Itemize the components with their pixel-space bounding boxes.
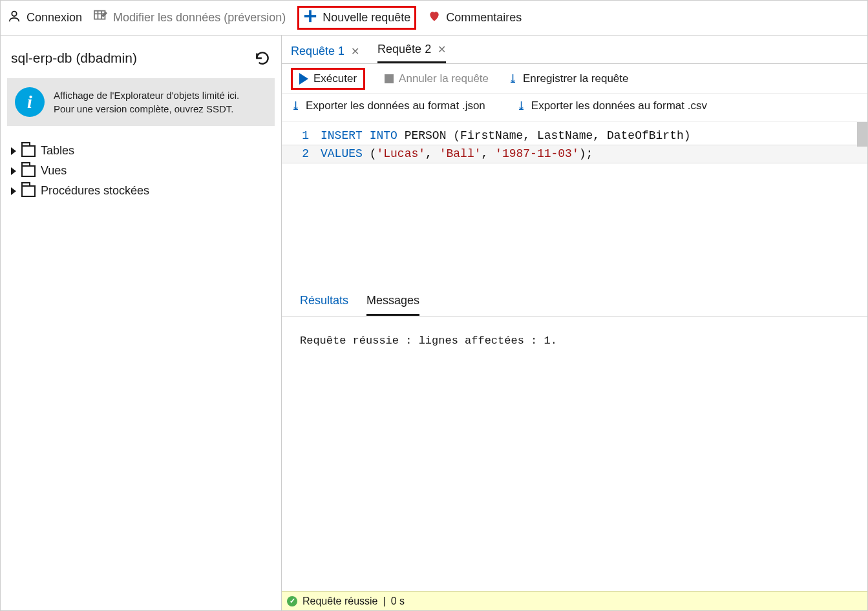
new-query-label: Nouvelle requête: [323, 11, 410, 25]
info-line1: Affichage de l'Explorateur d'objets limi…: [54, 88, 239, 102]
save-query-button[interactable]: ⤓ Enregistrer la requête: [508, 72, 628, 86]
info-text: Affichage de l'Explorateur d'objets limi…: [54, 88, 239, 116]
message-text: Requête réussie : lignes affectées : 1.: [300, 335, 557, 347]
sidebar-header: sql-erp-db (dbadmin): [7, 45, 275, 78]
tree-item-sprocs[interactable]: Procédures stockées: [11, 184, 275, 198]
caret-icon: [11, 167, 16, 175]
line-number: 2: [282, 145, 321, 163]
tab-messages[interactable]: Messages: [366, 294, 419, 316]
top-toolbar: Connexion Modifier les données (préversi…: [1, 1, 867, 36]
status-text: Requête réussie: [302, 595, 378, 607]
cancel-label: Annuler la requête: [399, 72, 489, 85]
tab-query-1[interactable]: Requête 1 ✕: [291, 45, 359, 63]
new-query-button[interactable]: Nouvelle requête: [297, 6, 416, 30]
download-icon: ⤓: [508, 72, 518, 86]
caret-icon: [11, 147, 16, 155]
object-explorer-sidebar: sql-erp-db (dbadmin) i Affichage de l'Ex…: [1, 36, 282, 610]
download-icon: ⤓: [291, 99, 301, 113]
tree-label-tables: Tables: [41, 144, 74, 158]
svg-rect-6: [304, 15, 316, 17]
query-action-bar: Exécuter Annuler la requête ⤓ Enregistre…: [282, 64, 867, 94]
info-banner: i Affichage de l'Explorateur d'objets li…: [7, 78, 275, 126]
folder-icon: [21, 185, 36, 197]
login-label: Connexion: [26, 11, 82, 25]
tab-label: Requête 2: [377, 43, 431, 56]
execute-label: Exécuter: [313, 72, 357, 85]
export-json-button[interactable]: ⤓ Exporter les données au format .json: [291, 99, 485, 113]
edit-data-label: Modifier les données (préversion): [113, 11, 286, 25]
svg-point-0: [12, 12, 16, 16]
comments-button[interactable]: Commentaires: [428, 10, 522, 26]
object-tree: Tables Vues Procédures stockées: [7, 144, 275, 198]
results-tabs: Résultats Messages: [282, 281, 867, 316]
export-action-bar: ⤓ Exporter les données au format .json ⤓…: [282, 94, 867, 122]
info-line2: Pour une version complète, ouvrez SSDT.: [54, 102, 239, 116]
messages-output: Requête réussie : lignes affectées : 1.: [282, 316, 867, 591]
login-button[interactable]: Connexion: [7, 9, 82, 26]
tab-query-2[interactable]: Requête 2 ✕: [377, 43, 446, 63]
tree-label-sprocs: Procédures stockées: [41, 184, 149, 198]
table-edit-icon: [94, 10, 108, 26]
tab-label: Requête 1: [291, 45, 344, 58]
tree-item-tables[interactable]: Tables: [11, 144, 275, 158]
plus-icon: [303, 9, 317, 26]
heart-icon: [428, 10, 441, 26]
execute-button[interactable]: Exécuter: [291, 68, 365, 90]
export-json-label: Exporter les données au format .json: [306, 99, 485, 112]
stop-icon: [385, 74, 394, 83]
query-panel: Requête 1 ✕ Requête 2 ✕ Exécuter Annuler…: [282, 36, 867, 610]
caret-icon: [11, 187, 16, 195]
editor-scrollbar[interactable]: [857, 122, 867, 147]
folder-icon: [21, 165, 36, 177]
play-icon: [299, 73, 308, 85]
close-icon[interactable]: ✕: [351, 45, 359, 57]
tree-label-views: Vues: [41, 164, 67, 178]
status-bar: ✓ Requête réussie | 0 s: [282, 591, 867, 610]
refresh-button[interactable]: [254, 50, 271, 67]
db-title: sql-erp-db (dbadmin): [11, 50, 137, 66]
tab-results[interactable]: Résultats: [300, 294, 348, 316]
folder-icon: [21, 145, 36, 157]
edit-data-button[interactable]: Modifier les données (préversion): [94, 10, 286, 26]
download-icon: ⤓: [516, 99, 526, 113]
user-icon: [7, 9, 21, 26]
sql-editor[interactable]: 1 INSERT INTO PERSON (FirstName, LastNam…: [282, 122, 867, 281]
tree-item-views[interactable]: Vues: [11, 164, 275, 178]
success-icon: ✓: [287, 596, 297, 606]
cancel-query-button[interactable]: Annuler la requête: [385, 72, 489, 85]
code-line-1: INSERT INTO PERSON (FirstName, LastName,…: [321, 127, 867, 145]
close-icon[interactable]: ✕: [438, 43, 446, 56]
code-line-2: VALUES ('Lucas', 'Ball', '1987-11-03');: [321, 145, 867, 163]
save-label: Enregistrer la requête: [523, 72, 628, 85]
info-icon: i: [15, 87, 45, 117]
query-tabs: Requête 1 ✕ Requête 2 ✕: [282, 36, 867, 64]
export-csv-label: Exporter les données au format .csv: [531, 99, 707, 112]
comments-label: Commentaires: [446, 11, 522, 25]
status-timing: 0 s: [391, 595, 405, 607]
status-divider: |: [383, 595, 386, 607]
export-csv-button[interactable]: ⤓ Exporter les données au format .csv: [516, 99, 707, 113]
line-number: 1: [282, 127, 321, 145]
